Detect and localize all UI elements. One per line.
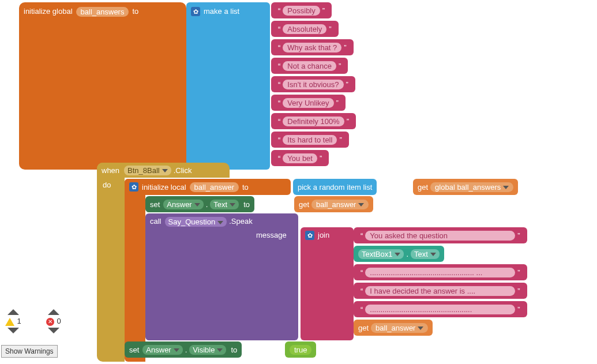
close-quote: ”: [329, 25, 331, 33]
text-literal-block[interactable]: “Its hard to tell”: [271, 132, 349, 148]
open-quote: “: [278, 43, 280, 52]
get-keyword: get: [299, 200, 309, 209]
get-keyword: get: [358, 324, 369, 332]
open-quote: “: [278, 25, 280, 33]
event-component[interactable]: Btn_8Ball: [124, 166, 171, 175]
text-literal-value: Definitely 100%: [283, 117, 344, 126]
close-quote: ”: [339, 62, 341, 70]
error-icon: ✕: [46, 318, 54, 326]
gear-icon[interactable]: ✿: [129, 182, 138, 192]
close-quote: ”: [517, 305, 520, 314]
get-keyword: get: [418, 183, 428, 192]
textbox-text-block[interactable]: TextBox1 . Text: [354, 246, 444, 262]
close-quote: ”: [336, 99, 339, 107]
initialize-global-keyword: initialize global: [24, 7, 73, 16]
make-list-block[interactable]: ✿ make a list: [186, 2, 270, 170]
set-answer-visible-block[interactable]: set Answer . Visible to: [125, 342, 242, 358]
warnings-nav[interactable]: 1: [3, 309, 23, 333]
join-text-3[interactable]: “ I have decided the answer is .... ”: [354, 283, 527, 299]
join-text-3-value: I have decided the answer is ....: [365, 286, 515, 296]
call-keyword: call: [150, 217, 162, 226]
true-value: true: [290, 345, 311, 355]
initialize-global-to: to: [132, 7, 138, 16]
call-method: .Speak: [229, 217, 252, 226]
get-global-block[interactable]: get global ball_answers: [413, 179, 518, 195]
show-warnings-button[interactable]: Show Warnings: [1, 345, 58, 358]
text-literal-value: Isn't it obvious?: [283, 80, 343, 89]
join-block[interactable]: ✿ join: [301, 227, 354, 340]
open-quote: “: [278, 154, 280, 163]
text-literal-value: Possibly: [283, 6, 320, 16]
set-to: to: [243, 200, 250, 209]
text-literal-block[interactable]: “Absolutely”: [271, 21, 339, 37]
text-literal-block[interactable]: “Definitely 100%”: [271, 113, 356, 129]
set-component[interactable]: Answer: [163, 200, 203, 209]
close-quote: ”: [517, 287, 520, 295]
text-literal-block[interactable]: “Very Unlikey”: [271, 95, 346, 111]
pick-random-block[interactable]: pick a random item list: [293, 179, 377, 195]
close-quote: ”: [344, 43, 346, 52]
textbox-property[interactable]: Text: [411, 249, 440, 259]
errors-count: 0: [57, 317, 61, 325]
true-block[interactable]: true: [285, 342, 316, 358]
global-var-name: ball_answers: [76, 7, 129, 17]
chevron-up-icon[interactable]: [7, 309, 19, 315]
initialize-local-keyword: initialize local: [142, 183, 186, 192]
set-keyword: set: [150, 200, 160, 209]
close-quote: ”: [346, 80, 348, 89]
open-quote: “: [278, 136, 280, 144]
set-property[interactable]: Text: [210, 200, 239, 209]
set-answer-text-block[interactable]: set Answer . Text to: [145, 196, 254, 212]
text-literal-value: Not a chance: [283, 61, 336, 71]
open-quote: “: [361, 268, 363, 277]
set-visible-to: to: [231, 346, 237, 354]
open-quote: “: [278, 62, 280, 70]
chevron-up-icon[interactable]: [48, 309, 59, 315]
gear-icon[interactable]: ✿: [305, 231, 314, 240]
when-keyword: when: [102, 166, 119, 175]
text-literal-block[interactable]: “Possibly”: [271, 2, 332, 18]
join-text-0[interactable]: “ You asked the question ”: [354, 227, 527, 243]
warning-icon: [5, 318, 14, 326]
text-literal-block[interactable]: “Not a chance”: [271, 58, 348, 74]
open-quote: “: [278, 99, 280, 107]
text-literal-value: Very Unlikey: [283, 98, 333, 108]
join-text-4[interactable]: “ ......................................…: [354, 301, 527, 317]
join-text-0-value: You asked the question: [365, 231, 515, 241]
open-quote: “: [361, 231, 363, 240]
get-local-var[interactable]: ball_answer: [311, 200, 369, 209]
get-global-var[interactable]: global ball_answers: [430, 182, 513, 192]
text-literal-block[interactable]: “Isn't it obvious?”: [271, 76, 355, 92]
join-get-local-var[interactable]: ball_answer: [371, 323, 428, 333]
text-literal-value: You bet: [283, 153, 317, 163]
open-quote: “: [278, 6, 280, 15]
open-quote: “: [278, 117, 280, 126]
textbox-component[interactable]: TextBox1: [358, 249, 404, 259]
errors-nav[interactable]: ✕0: [44, 309, 63, 333]
text-literal-value: Absolutely: [283, 24, 326, 34]
join-text-4-value: ........................................…: [365, 305, 515, 314]
get-local-block[interactable]: get ball_answer: [294, 196, 373, 212]
chevron-down-icon[interactable]: [48, 328, 59, 333]
join-get-local-block[interactable]: get ball_answer: [354, 320, 433, 336]
open-quote: “: [361, 287, 363, 295]
text-literal-block[interactable]: “Why ask that ?”: [271, 39, 354, 55]
when-click-header: when Btn_8Ball .Click: [97, 163, 230, 178]
set-visible-component[interactable]: Answer: [142, 345, 182, 355]
join-text-2[interactable]: “ ......................................…: [354, 264, 527, 280]
initialize-global-block[interactable]: initialize global ball_answers to: [19, 2, 186, 170]
when-click-block[interactable]: [97, 163, 125, 362]
set-keyword: set: [129, 346, 139, 354]
gear-icon[interactable]: ✿: [191, 7, 200, 16]
set-visible-property[interactable]: Visible: [189, 345, 226, 355]
join-label: join: [318, 231, 329, 239]
chevron-down-icon[interactable]: [7, 328, 19, 333]
call-component[interactable]: Say_Question: [165, 217, 227, 227]
event-method: .Click: [174, 166, 192, 175]
close-quote: ”: [339, 136, 341, 144]
open-quote: “: [361, 305, 363, 314]
initialize-local-block[interactable]: ✿ initialize local ball_answer to: [125, 179, 291, 195]
local-var-name: ball_answer: [190, 182, 239, 192]
join-text-2-value: ........................................…: [365, 268, 515, 277]
text-literal-block[interactable]: “You bet”: [271, 150, 329, 166]
